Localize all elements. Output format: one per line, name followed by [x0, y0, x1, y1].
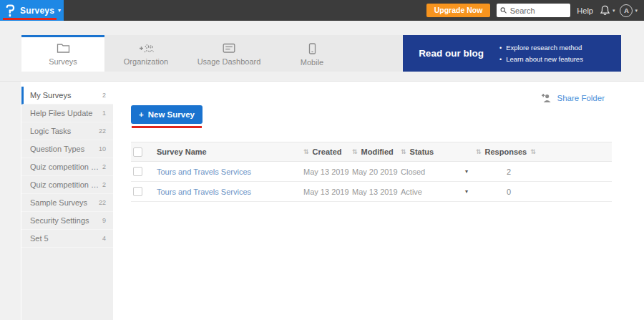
account-menu[interactable]: A ▾ [620, 4, 638, 17]
sidebar-item-logic-tasks[interactable]: Logic Tasks 22 [21, 122, 113, 140]
topbar-right: Upgrade Now Help ▾ A ▾ [426, 4, 644, 17]
col-label: Created [313, 147, 342, 156]
sort-icon[interactable]: ⇅ [530, 148, 536, 155]
status-value: Active [401, 188, 422, 196]
sidebar-item-count: 9 [102, 217, 106, 224]
sidebar-item-set-5[interactable]: Set 5 4 [21, 230, 113, 248]
proprofs-logo-icon [5, 4, 15, 17]
table-row: Tours and Travels Services May 13 2019 M… [131, 162, 612, 182]
bullet-icon: • [499, 42, 502, 54]
col-label: Status [410, 147, 434, 156]
sidebar-item-count: 2 [102, 163, 106, 170]
plus-icon: + [139, 110, 144, 119]
organization-icon [138, 43, 155, 54]
created-cell: May 13 2019 [303, 188, 352, 196]
primary-tabs: Surveys Organization Usage Dashboard [21, 35, 621, 72]
product-switcher[interactable]: Surveys ▾ [0, 0, 64, 21]
sidebar-item-label: Quiz competition - ... [30, 163, 99, 171]
search-input[interactable] [510, 6, 567, 15]
header-checkbox-cell [131, 147, 157, 157]
tab-organization[interactable]: Organization [104, 35, 187, 72]
app-window: Surveys ▾ Upgrade Now Help ▾ [0, 0, 644, 320]
row-checkbox-cell [131, 187, 157, 196]
new-survey-button[interactable]: + New Survey [131, 105, 203, 124]
sidebar-item-count: 4 [102, 235, 106, 242]
sidebar-item-sample-surveys[interactable]: Sample Surveys 22 [21, 194, 113, 212]
upgrade-now-button[interactable]: Upgrade Now [426, 4, 491, 17]
mobile-icon [308, 43, 316, 54]
col-survey-name[interactable]: Survey Name [157, 147, 303, 156]
sidebar-item-question-types[interactable]: Question Types 10 [21, 140, 113, 158]
sort-icon[interactable]: ⇅ [352, 148, 358, 155]
help-link[interactable]: Help [577, 6, 593, 15]
search-box[interactable] [497, 4, 570, 17]
sidebar-item-count: 2 [102, 181, 106, 188]
sidebar-item-label: My Surveys [30, 91, 99, 100]
sidebar-item-security-settings[interactable]: Security Settings 9 [21, 212, 113, 230]
share-folder-icon [540, 93, 552, 103]
sidebar-item-quiz-competition-2[interactable]: Quiz competition - ... 2 [21, 176, 113, 194]
modified-cell: May 13 2019 [352, 188, 401, 196]
topbar: Surveys ▾ Upgrade Now Help ▾ [0, 0, 644, 21]
select-all-checkbox[interactable] [133, 147, 142, 157]
sort-icon[interactable]: ⇅ [303, 148, 309, 155]
dashboard-icon [223, 43, 235, 54]
row-checkbox[interactable] [133, 167, 142, 176]
bullet-icon: • [499, 54, 502, 65]
tab-label: Organization [124, 57, 168, 66]
chevron-down-icon: ▾ [635, 8, 638, 14]
blog-bullet: • Explore research method [499, 42, 614, 54]
blog-bullet-text: Explore research method [506, 42, 582, 54]
sidebar-item-my-surveys[interactable]: My Surveys 2 [21, 87, 113, 105]
sidebar-item-count: 2 [102, 92, 106, 99]
sort-icon[interactable]: ⇅ [476, 148, 482, 155]
row-checkbox-cell [131, 167, 157, 176]
col-responses[interactable]: ⇅ Responses ⇅ [472, 147, 519, 156]
content-panel: My Surveys 2 Help Files Update 1 Logic T… [0, 81, 644, 320]
tab-strip-filler [353, 35, 403, 72]
main-area: + New Survey Share Folder Survey Name [113, 82, 644, 320]
status-dropdown-caret[interactable]: ▾ [465, 168, 468, 175]
search-icon [500, 6, 507, 14]
status-value: Closed [401, 168, 425, 176]
col-status[interactable]: ⇅ Status [401, 147, 472, 156]
sidebar-item-quiz-competition-1[interactable]: Quiz competition - ... 2 [21, 158, 113, 176]
col-label: Responses [485, 147, 527, 156]
survey-name-link[interactable]: Tours and Travels Services [157, 168, 303, 176]
sidebar-item-label: Question Types [30, 145, 96, 153]
folder-icon [57, 43, 70, 54]
row-checkbox[interactable] [133, 187, 142, 196]
sidebar-item-label: Set 5 [30, 234, 99, 243]
tab-label: Usage Dashboard [197, 57, 261, 66]
avatar: A [620, 4, 633, 17]
sidebar-item-count: 22 [99, 127, 106, 135]
tab-label: Surveys [49, 57, 77, 66]
created-cell: May 13 2019 [303, 168, 352, 176]
blog-banner[interactable]: Read our blog • Explore research method … [403, 35, 621, 72]
tab-label: Mobile [301, 58, 323, 67]
surveys-table: Survey Name ⇅ Created ⇅ Modified ⇅ Statu… [131, 142, 612, 202]
sidebar-item-count: 1 [102, 110, 106, 117]
status-cell: Closed ▾ [401, 168, 472, 176]
blog-banner-bullets: • Explore research method • Learn about … [499, 42, 621, 65]
col-modified[interactable]: ⇅ Modified [352, 147, 401, 156]
bell-icon [600, 5, 610, 16]
sidebar-item-count: 22 [99, 199, 106, 206]
status-dropdown-caret[interactable]: ▾ [465, 188, 468, 195]
sidebar-item-label: Logic Tasks [30, 127, 96, 135]
sidebar-item-label: Security Settings [30, 216, 99, 225]
responses-cell: 2 [472, 168, 519, 176]
tab-surveys[interactable]: Surveys [21, 35, 104, 72]
tab-mobile[interactable]: Mobile [270, 35, 353, 72]
annotation-underline [3, 18, 57, 20]
folders-sidebar: My Surveys 2 Help Files Update 1 Logic T… [21, 87, 113, 320]
blog-bullet-text: Learn about new features [506, 54, 583, 65]
sort-icon[interactable]: ⇅ [401, 148, 406, 155]
sidebar-item-help-files-update[interactable]: Help Files Update 1 [21, 105, 113, 122]
survey-name-link[interactable]: Tours and Travels Services [157, 188, 303, 196]
tab-usage-dashboard[interactable]: Usage Dashboard [187, 35, 270, 72]
sidebar-item-label: Quiz competition - ... [30, 180, 99, 189]
notifications-menu[interactable]: ▾ [600, 5, 615, 16]
col-created[interactable]: ⇅ Created [303, 147, 352, 156]
share-folder-link[interactable]: Share Folder [540, 93, 605, 103]
